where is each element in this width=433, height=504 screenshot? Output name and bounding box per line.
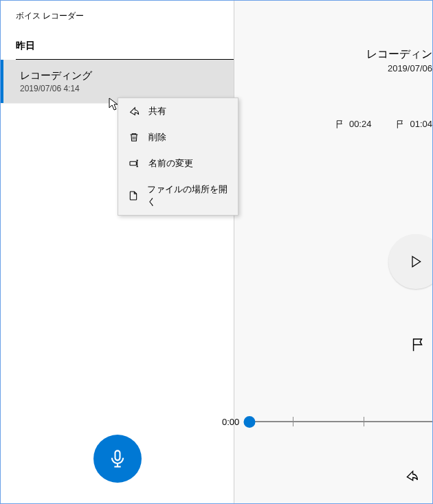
playback-date: 2019/07/06	[366, 63, 432, 73]
app-title: ボイス レコーダー	[1, 1, 234, 22]
playback-title: レコーディン	[366, 47, 432, 62]
timeline-thumb[interactable]	[244, 416, 256, 428]
menu-label: 削除	[148, 131, 166, 144]
play-button[interactable]	[388, 234, 433, 289]
marker[interactable]: 00:24	[335, 119, 372, 129]
share-button[interactable]	[405, 469, 419, 485]
right-panel: レコーディン 2019/07/06 00:24 01:04 0:00	[234, 1, 432, 503]
timeline-marker-tick	[364, 417, 364, 426]
flag-icon	[410, 337, 425, 352]
menu-label: ファイルの場所を開く	[147, 183, 228, 208]
timeline-track[interactable]	[249, 421, 433, 422]
flag-icon	[396, 119, 406, 129]
playback-header: レコーディン 2019/07/06	[366, 34, 432, 73]
recording-date: 2019/07/06 4:14	[20, 84, 219, 93]
timeline[interactable]: 0:00	[249, 417, 433, 447]
file-icon	[128, 190, 139, 201]
add-marker-button[interactable]	[410, 337, 425, 355]
share-icon	[405, 469, 419, 483]
record-button[interactable]	[93, 435, 142, 483]
marker-time: 01:04	[410, 119, 432, 129]
menu-share[interactable]: 共有	[118, 98, 238, 124]
menu-label: 名前の変更	[148, 157, 193, 170]
timeline-marker-tick	[293, 417, 293, 426]
markers-row: 00:24 01:04	[335, 119, 432, 129]
rename-icon	[128, 158, 140, 169]
svg-rect-0	[115, 450, 120, 460]
svg-rect-4	[130, 161, 136, 165]
section-title: 昨日	[1, 22, 234, 59]
trash-icon	[128, 132, 140, 143]
flag-icon	[335, 119, 345, 129]
timeline-current: 0:00	[222, 417, 239, 427]
microphone-icon	[108, 449, 127, 468]
context-menu: 共有 削除 名前の変更 ファイルの場所を開く	[118, 98, 238, 216]
marker-time: 00:24	[349, 119, 372, 129]
svg-marker-3	[412, 257, 421, 267]
menu-open-location[interactable]: ファイルの場所を開く	[118, 176, 238, 215]
marker[interactable]: 01:04	[396, 119, 432, 129]
menu-rename[interactable]: 名前の変更	[118, 150, 238, 176]
menu-label: 共有	[148, 105, 166, 117]
share-icon	[128, 106, 140, 117]
recording-title: レコーディング	[20, 69, 219, 82]
play-icon	[409, 253, 423, 270]
left-panel: ボイス レコーダー 昨日 レコーディング 2019/07/06 4:14	[1, 1, 234, 503]
menu-delete[interactable]: 削除	[118, 124, 238, 150]
